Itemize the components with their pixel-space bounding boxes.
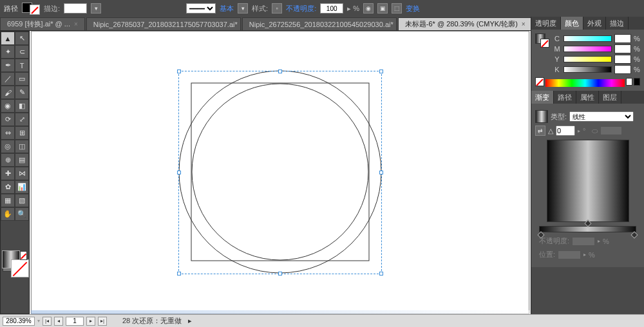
- tool-eraser[interactable]: ◧: [15, 99, 29, 113]
- recolor-icon[interactable]: ◉: [363, 3, 374, 14]
- last-page[interactable]: ▸|: [98, 317, 107, 326]
- opacity-input[interactable]: [320, 3, 343, 14]
- doc-tab-3[interactable]: 未标题-6* @ 280.39% (CMYK/轮廓)×: [398, 17, 533, 30]
- stop-position-label: 位置:: [539, 250, 555, 259]
- tool-blob-brush[interactable]: ◉: [1, 99, 15, 113]
- k-value[interactable]: [614, 65, 631, 74]
- tool-scale[interactable]: ⤢: [15, 113, 29, 126]
- tool-mesh[interactable]: ⊕: [1, 153, 15, 167]
- c-slider[interactable]: [564, 35, 612, 42]
- zoom-input[interactable]: [3, 317, 35, 326]
- brush-select[interactable]: ━━━━: [186, 3, 216, 14]
- tool-rectangle[interactable]: ▭: [15, 72, 29, 86]
- y-slider[interactable]: [564, 56, 612, 62]
- stroke-width-input[interactable]: [64, 3, 87, 14]
- next-page[interactable]: ▸: [86, 317, 95, 326]
- selection-bounds: [178, 71, 382, 274]
- fill-stroke-swatch[interactable]: [22, 3, 40, 15]
- close-icon[interactable]: ×: [522, 21, 526, 28]
- undo-status: 28 次还原：无重做: [122, 316, 182, 326]
- tool-symbol-sprayer[interactable]: ✿: [1, 180, 15, 194]
- handle-tl[interactable]: [177, 70, 181, 73]
- doc-tab-0[interactable]: 6959 [转换].ai* @ ...×: [0, 17, 85, 30]
- fill-stroke-control[interactable]: [2, 250, 28, 281]
- tool-artboard[interactable]: ▦: [1, 194, 15, 207]
- misc-icon[interactable]: ⬚: [392, 3, 402, 14]
- style-caret[interactable]: ▾: [238, 3, 248, 14]
- tool-slice[interactable]: ▧: [15, 194, 29, 207]
- tool-pencil[interactable]: ✎: [15, 86, 29, 99]
- color-panel-tabs: 透明度 颜色 外观 描边: [531, 17, 644, 30]
- stroke-label: 描边:: [44, 4, 60, 14]
- tool-direct-selection[interactable]: ↖: [15, 32, 29, 45]
- style-label: 样式:: [252, 4, 268, 14]
- canvas[interactable]: [31, 31, 529, 314]
- transform-link[interactable]: 变换: [406, 4, 420, 14]
- doc-tab-1[interactable]: Nipic_26785037_20180321175057703037.ai*×: [86, 17, 241, 30]
- tool-pen[interactable]: ✒: [1, 59, 15, 72]
- tool-hand[interactable]: ✋: [1, 207, 15, 221]
- tab-attrs[interactable]: 属性: [576, 91, 599, 104]
- panels: 透明度 颜色 外观 描边 C% M% Y% K% 渐变 路径 属性: [531, 17, 644, 314]
- doc-tab-2[interactable]: Nipic_26725256_20180322100545029030.ai*×: [242, 17, 397, 30]
- handle-br[interactable]: [379, 272, 383, 276]
- toolbox: ▲↖✦⊂✒T／▭🖌✎◉◧⟳⤢⇔⊞◎◫⊕▤✚⋈✿📊▦▧✋🔍: [0, 31, 30, 314]
- handle-tr[interactable]: [379, 70, 383, 73]
- tool-shape-builder[interactable]: ◎: [1, 140, 15, 153]
- tab-color[interactable]: 颜色: [561, 17, 583, 30]
- opacity-label[interactable]: 不透明度:: [286, 4, 316, 14]
- tab-stroke[interactable]: 描边: [606, 17, 629, 30]
- tool-eyedropper[interactable]: ✚: [1, 167, 15, 180]
- aspect-input[interactable]: [600, 126, 622, 135]
- tool-free-transform[interactable]: ⊞: [15, 126, 29, 140]
- tab-transparency[interactable]: 透明度: [531, 17, 561, 30]
- handle-tm[interactable]: [278, 70, 282, 73]
- none-mode[interactable]: [20, 251, 27, 260]
- color-panel: C% M% Y% K%: [531, 30, 644, 91]
- tool-brush[interactable]: 🖌: [1, 86, 15, 99]
- tool-selection[interactable]: ▲: [1, 32, 15, 45]
- tool-width[interactable]: ⇔: [1, 126, 15, 140]
- page-input[interactable]: [66, 317, 84, 326]
- handle-bm[interactable]: [278, 272, 282, 276]
- tool-rotate[interactable]: ⟳: [1, 113, 15, 126]
- c-value[interactable]: [614, 34, 631, 43]
- k-slider[interactable]: [564, 66, 612, 73]
- gradient-type-select[interactable]: 线性: [569, 111, 634, 122]
- gradient-ramp[interactable]: [539, 226, 636, 232]
- prev-page[interactable]: ◂: [54, 317, 63, 326]
- tab-appearance[interactable]: 外观: [583, 17, 606, 30]
- tool-perspective[interactable]: ◫: [15, 140, 29, 153]
- spectrum[interactable]: [545, 79, 625, 87]
- tool-type[interactable]: T: [15, 59, 29, 72]
- gradient-thumb[interactable]: [535, 110, 548, 123]
- handle-ml[interactable]: [177, 171, 181, 174]
- stroke-swatch[interactable]: [11, 259, 29, 277]
- style-swatch[interactable]: ▫: [272, 3, 282, 14]
- none-color[interactable]: [535, 77, 544, 86]
- tool-blend[interactable]: ⋈: [15, 167, 29, 180]
- angle-input[interactable]: [556, 126, 575, 136]
- stroke-caret[interactable]: ▾: [91, 3, 101, 14]
- tool-graph[interactable]: 📊: [15, 180, 29, 194]
- close-icon[interactable]: ×: [74, 21, 78, 28]
- y-value[interactable]: [614, 55, 631, 64]
- tab-gradient[interactable]: 渐变: [531, 91, 554, 104]
- align-icon[interactable]: ▣: [377, 3, 388, 14]
- first-page[interactable]: |◂: [43, 317, 52, 326]
- m-slider[interactable]: [564, 46, 612, 52]
- tool-zoom[interactable]: 🔍: [15, 207, 29, 221]
- style-basic-link[interactable]: 基本: [220, 4, 234, 14]
- tool-line[interactable]: ／: [1, 72, 15, 86]
- tool-lasso[interactable]: ⊂: [15, 45, 29, 59]
- tool-magic-wand[interactable]: ✦: [1, 45, 15, 59]
- m-value[interactable]: [614, 44, 631, 53]
- tab-layers[interactable]: 图层: [599, 91, 621, 104]
- tool-gradient[interactable]: ▤: [15, 153, 29, 167]
- path-label: 路径: [4, 4, 18, 14]
- tab-pathfinder[interactable]: 路径: [554, 91, 576, 104]
- reverse-icon[interactable]: ⇄: [535, 126, 545, 136]
- handle-mr[interactable]: [379, 171, 383, 174]
- handle-bl[interactable]: [177, 272, 181, 276]
- stop-opacity-label: 不透明度:: [539, 236, 569, 246]
